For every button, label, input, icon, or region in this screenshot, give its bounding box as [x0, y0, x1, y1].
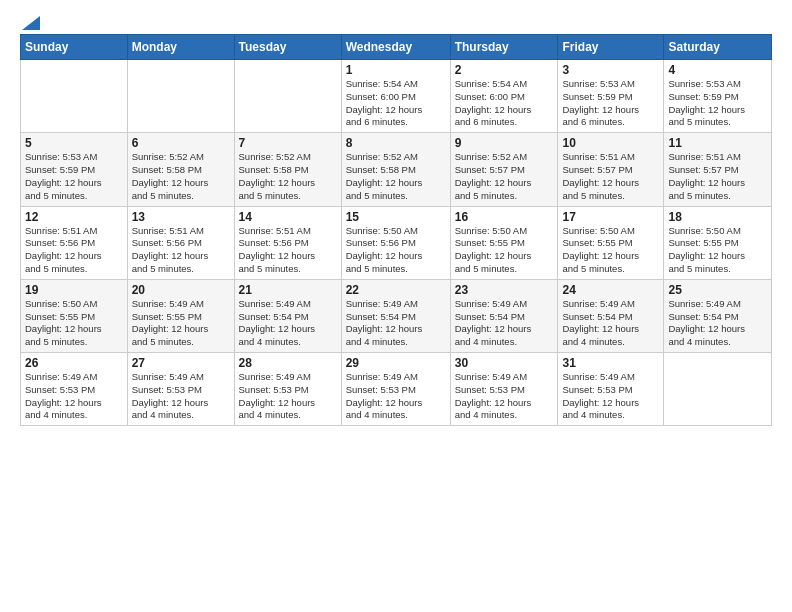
day-info: Sunrise: 5:51 AM Sunset: 5:56 PM Dayligh…: [25, 225, 123, 276]
day-number: 3: [562, 63, 659, 77]
day-info: Sunrise: 5:49 AM Sunset: 5:53 PM Dayligh…: [455, 371, 554, 422]
calendar-cell: 17Sunrise: 5:50 AM Sunset: 5:55 PM Dayli…: [558, 206, 664, 279]
day-number: 26: [25, 356, 123, 370]
day-number: 15: [346, 210, 446, 224]
day-info: Sunrise: 5:50 AM Sunset: 5:55 PM Dayligh…: [25, 298, 123, 349]
calendar-cell: 12Sunrise: 5:51 AM Sunset: 5:56 PM Dayli…: [21, 206, 128, 279]
day-info: Sunrise: 5:51 AM Sunset: 5:56 PM Dayligh…: [239, 225, 337, 276]
day-info: Sunrise: 5:49 AM Sunset: 5:53 PM Dayligh…: [346, 371, 446, 422]
day-info: Sunrise: 5:50 AM Sunset: 5:56 PM Dayligh…: [346, 225, 446, 276]
calendar-cell: 5Sunrise: 5:53 AM Sunset: 5:59 PM Daylig…: [21, 133, 128, 206]
weekday-header-wednesday: Wednesday: [341, 35, 450, 60]
weekday-header-tuesday: Tuesday: [234, 35, 341, 60]
day-number: 29: [346, 356, 446, 370]
calendar-cell: 18Sunrise: 5:50 AM Sunset: 5:55 PM Dayli…: [664, 206, 772, 279]
day-info: Sunrise: 5:50 AM Sunset: 5:55 PM Dayligh…: [455, 225, 554, 276]
calendar-table: SundayMondayTuesdayWednesdayThursdayFrid…: [20, 34, 772, 426]
calendar-cell: [664, 353, 772, 426]
calendar-header-row: SundayMondayTuesdayWednesdayThursdayFrid…: [21, 35, 772, 60]
calendar-cell: [127, 60, 234, 133]
day-number: 7: [239, 136, 337, 150]
day-number: 5: [25, 136, 123, 150]
day-info: Sunrise: 5:49 AM Sunset: 5:54 PM Dayligh…: [562, 298, 659, 349]
calendar-cell: 10Sunrise: 5:51 AM Sunset: 5:57 PM Dayli…: [558, 133, 664, 206]
page: SundayMondayTuesdayWednesdayThursdayFrid…: [0, 0, 792, 612]
day-info: Sunrise: 5:51 AM Sunset: 5:57 PM Dayligh…: [668, 151, 767, 202]
calendar-week-5: 26Sunrise: 5:49 AM Sunset: 5:53 PM Dayli…: [21, 353, 772, 426]
calendar-cell: 27Sunrise: 5:49 AM Sunset: 5:53 PM Dayli…: [127, 353, 234, 426]
day-number: 18: [668, 210, 767, 224]
day-number: 30: [455, 356, 554, 370]
day-number: 13: [132, 210, 230, 224]
weekday-header-monday: Monday: [127, 35, 234, 60]
day-number: 27: [132, 356, 230, 370]
calendar-cell: [234, 60, 341, 133]
calendar-cell: 6Sunrise: 5:52 AM Sunset: 5:58 PM Daylig…: [127, 133, 234, 206]
day-info: Sunrise: 5:53 AM Sunset: 5:59 PM Dayligh…: [562, 78, 659, 129]
calendar-cell: 2Sunrise: 5:54 AM Sunset: 6:00 PM Daylig…: [450, 60, 558, 133]
calendar-cell: 23Sunrise: 5:49 AM Sunset: 5:54 PM Dayli…: [450, 279, 558, 352]
calendar-cell: [21, 60, 128, 133]
calendar-cell: 29Sunrise: 5:49 AM Sunset: 5:53 PM Dayli…: [341, 353, 450, 426]
calendar-cell: 1Sunrise: 5:54 AM Sunset: 6:00 PM Daylig…: [341, 60, 450, 133]
calendar-cell: 14Sunrise: 5:51 AM Sunset: 5:56 PM Dayli…: [234, 206, 341, 279]
day-number: 1: [346, 63, 446, 77]
weekday-header-thursday: Thursday: [450, 35, 558, 60]
calendar-cell: 26Sunrise: 5:49 AM Sunset: 5:53 PM Dayli…: [21, 353, 128, 426]
day-info: Sunrise: 5:52 AM Sunset: 5:57 PM Dayligh…: [455, 151, 554, 202]
day-number: 6: [132, 136, 230, 150]
day-number: 9: [455, 136, 554, 150]
day-info: Sunrise: 5:49 AM Sunset: 5:53 PM Dayligh…: [239, 371, 337, 422]
day-info: Sunrise: 5:52 AM Sunset: 5:58 PM Dayligh…: [346, 151, 446, 202]
day-number: 28: [239, 356, 337, 370]
calendar-cell: 4Sunrise: 5:53 AM Sunset: 5:59 PM Daylig…: [664, 60, 772, 133]
day-info: Sunrise: 5:49 AM Sunset: 5:54 PM Dayligh…: [346, 298, 446, 349]
calendar-cell: 11Sunrise: 5:51 AM Sunset: 5:57 PM Dayli…: [664, 133, 772, 206]
day-number: 24: [562, 283, 659, 297]
calendar-week-2: 5Sunrise: 5:53 AM Sunset: 5:59 PM Daylig…: [21, 133, 772, 206]
day-info: Sunrise: 5:53 AM Sunset: 5:59 PM Dayligh…: [668, 78, 767, 129]
day-number: 25: [668, 283, 767, 297]
day-number: 23: [455, 283, 554, 297]
calendar-cell: 15Sunrise: 5:50 AM Sunset: 5:56 PM Dayli…: [341, 206, 450, 279]
day-info: Sunrise: 5:52 AM Sunset: 5:58 PM Dayligh…: [132, 151, 230, 202]
calendar-cell: 30Sunrise: 5:49 AM Sunset: 5:53 PM Dayli…: [450, 353, 558, 426]
day-number: 11: [668, 136, 767, 150]
day-info: Sunrise: 5:53 AM Sunset: 5:59 PM Dayligh…: [25, 151, 123, 202]
calendar-cell: 3Sunrise: 5:53 AM Sunset: 5:59 PM Daylig…: [558, 60, 664, 133]
calendar-cell: 28Sunrise: 5:49 AM Sunset: 5:53 PM Dayli…: [234, 353, 341, 426]
calendar-cell: 9Sunrise: 5:52 AM Sunset: 5:57 PM Daylig…: [450, 133, 558, 206]
day-info: Sunrise: 5:54 AM Sunset: 6:00 PM Dayligh…: [346, 78, 446, 129]
logo-icon: [22, 16, 40, 30]
day-info: Sunrise: 5:49 AM Sunset: 5:54 PM Dayligh…: [668, 298, 767, 349]
day-number: 17: [562, 210, 659, 224]
day-number: 12: [25, 210, 123, 224]
day-number: 16: [455, 210, 554, 224]
calendar-cell: 13Sunrise: 5:51 AM Sunset: 5:56 PM Dayli…: [127, 206, 234, 279]
header: [20, 18, 772, 26]
day-info: Sunrise: 5:52 AM Sunset: 5:58 PM Dayligh…: [239, 151, 337, 202]
day-info: Sunrise: 5:54 AM Sunset: 6:00 PM Dayligh…: [455, 78, 554, 129]
calendar-week-4: 19Sunrise: 5:50 AM Sunset: 5:55 PM Dayli…: [21, 279, 772, 352]
day-number: 10: [562, 136, 659, 150]
weekday-header-friday: Friday: [558, 35, 664, 60]
calendar-cell: 21Sunrise: 5:49 AM Sunset: 5:54 PM Dayli…: [234, 279, 341, 352]
day-number: 31: [562, 356, 659, 370]
day-number: 14: [239, 210, 337, 224]
calendar-week-1: 1Sunrise: 5:54 AM Sunset: 6:00 PM Daylig…: [21, 60, 772, 133]
day-number: 4: [668, 63, 767, 77]
weekday-header-sunday: Sunday: [21, 35, 128, 60]
calendar-cell: 19Sunrise: 5:50 AM Sunset: 5:55 PM Dayli…: [21, 279, 128, 352]
day-number: 21: [239, 283, 337, 297]
day-info: Sunrise: 5:49 AM Sunset: 5:55 PM Dayligh…: [132, 298, 230, 349]
day-info: Sunrise: 5:50 AM Sunset: 5:55 PM Dayligh…: [668, 225, 767, 276]
calendar-cell: 24Sunrise: 5:49 AM Sunset: 5:54 PM Dayli…: [558, 279, 664, 352]
day-info: Sunrise: 5:51 AM Sunset: 5:57 PM Dayligh…: [562, 151, 659, 202]
calendar-cell: 31Sunrise: 5:49 AM Sunset: 5:53 PM Dayli…: [558, 353, 664, 426]
weekday-header-saturday: Saturday: [664, 35, 772, 60]
calendar-week-3: 12Sunrise: 5:51 AM Sunset: 5:56 PM Dayli…: [21, 206, 772, 279]
day-info: Sunrise: 5:49 AM Sunset: 5:53 PM Dayligh…: [132, 371, 230, 422]
day-number: 20: [132, 283, 230, 297]
day-info: Sunrise: 5:49 AM Sunset: 5:54 PM Dayligh…: [455, 298, 554, 349]
day-info: Sunrise: 5:50 AM Sunset: 5:55 PM Dayligh…: [562, 225, 659, 276]
